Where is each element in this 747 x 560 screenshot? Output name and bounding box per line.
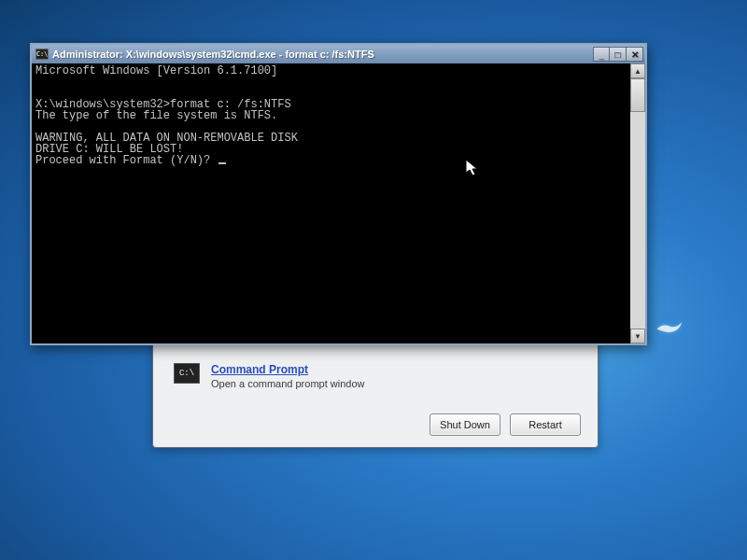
cmd-title-text: Administrator: X:\windows\system32\cmd.e… bbox=[52, 49, 589, 60]
terminal-line: Microsoft Windows [Version 6.1.7100] bbox=[35, 64, 277, 77]
option-heading[interactable]: Command Prompt bbox=[211, 363, 364, 376]
scroll-thumb[interactable] bbox=[630, 78, 645, 112]
close-button[interactable]: ✕ bbox=[627, 47, 643, 62]
option-text: Command Prompt Open a command prompt win… bbox=[211, 363, 364, 389]
minimize-button[interactable]: _ bbox=[593, 47, 610, 62]
terminal-line: Proceed with Format (Y/N)? bbox=[35, 154, 217, 167]
command-prompt-option[interactable]: C:\ Command Prompt Open a command prompt… bbox=[153, 356, 598, 389]
terminal-line: The type of the file system is NTFS. bbox=[35, 109, 277, 122]
cmd-scrollbar[interactable]: ▲ ▼ bbox=[630, 63, 645, 343]
console-icon: C:\ bbox=[174, 363, 200, 384]
restart-button[interactable]: Restart bbox=[510, 413, 581, 436]
scroll-down-button[interactable]: ▼ bbox=[630, 329, 645, 343]
cursor-icon bbox=[218, 162, 226, 164]
scroll-track[interactable] bbox=[630, 78, 645, 329]
maximize-button[interactable]: □ bbox=[610, 47, 627, 62]
cmd-window: C:\ Administrator: X:\windows\system32\c… bbox=[30, 43, 647, 345]
shut-down-button[interactable]: Shut Down bbox=[430, 413, 500, 436]
option-description: Open a command prompt window bbox=[211, 378, 364, 389]
cmd-title-icon: C:\ bbox=[35, 49, 49, 60]
cmd-titlebar[interactable]: C:\ Administrator: X:\windows\system32\c… bbox=[32, 45, 645, 63]
wallpaper-bird-icon bbox=[655, 317, 684, 338]
scroll-up-button[interactable]: ▲ bbox=[630, 63, 645, 78]
terminal-output[interactable]: Microsoft Windows [Version 6.1.7100] X:\… bbox=[32, 63, 630, 343]
